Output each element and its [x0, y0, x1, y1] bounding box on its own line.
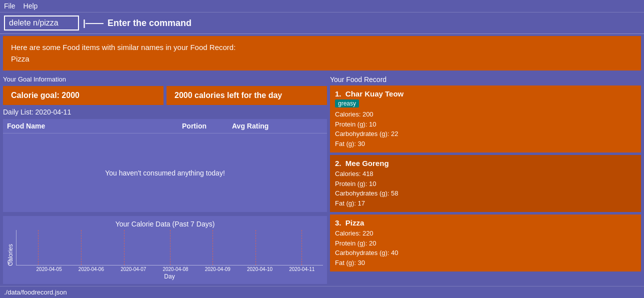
food-item-1-fat: Fat (g): 30: [335, 139, 636, 149]
calorie-goal-box: Calorie goal: 2000: [3, 86, 164, 105]
x-date-7: 2020-04-11: [289, 266, 314, 272]
status-path: ./data/foodrecord.json: [4, 288, 67, 296]
gridline-6: [256, 230, 256, 265]
daily-list-header: Daily List: 2020-04-11: [3, 107, 327, 117]
menu-bar: File Help: [0, 0, 644, 12]
food-item-2: 2. Mee Goreng Calories: 418 Protein (g):…: [330, 155, 641, 212]
menu-help[interactable]: Help: [24, 2, 38, 10]
food-item-2-protein: Protein (g): 10: [335, 179, 636, 189]
goal-section: Your Goal Information Calorie goal: 2000…: [3, 74, 327, 105]
goal-boxes: Calorie goal: 2000 2000 calories left fo…: [3, 86, 327, 105]
food-item-2-calories: Calories: 418: [335, 169, 636, 179]
command-area: |—— Enter the command: [0, 12, 644, 34]
x-date-1: 2020-04-05: [36, 266, 62, 272]
col-food-name-header: Food Name: [7, 122, 182, 130]
food-item-2-carbs: Carbohydrates (g): 58: [335, 188, 636, 198]
command-separator: |——: [83, 18, 104, 28]
status-bar: ./data/foodrecord.json: [0, 286, 644, 298]
menu-file[interactable]: File: [4, 2, 16, 10]
gridline-2: [81, 230, 82, 265]
food-item-2-index: 2.: [335, 159, 342, 168]
notification-line1: Here are some Food items with similar na…: [11, 43, 236, 52]
x-date-5: 2020-04-09: [205, 266, 230, 272]
food-item-3-carbs: Carbohydrates (g): 40: [335, 248, 636, 258]
col-avg-rating-header: Avg Rating: [232, 122, 323, 130]
chart-inner: 0: [16, 230, 323, 266]
calories-left-box: 2000 calories left for the day: [166, 86, 327, 105]
notification-banner: Here are some Food items with similar na…: [3, 36, 641, 70]
food-item-3: 3. Pizza Calories: 220 Protein (g): 20 C…: [330, 214, 641, 272]
food-item-3-fat: Fat (g): 30: [335, 258, 636, 268]
gridline-5: [212, 230, 213, 265]
table-empty-message: You haven't consumed anything today!: [3, 134, 327, 212]
y-axis-label: Calories: [7, 230, 14, 280]
food-item-2-fat: Fat (g): 17: [335, 198, 636, 208]
x-date-2: 2020-04-06: [78, 266, 104, 272]
food-item-3-protein: Protein (g): 20: [335, 238, 636, 248]
food-item-1-tag: greasy: [335, 100, 359, 108]
gridline-4: [170, 230, 170, 265]
gridline-3: [124, 230, 124, 265]
col-portion-header: Portion: [182, 122, 232, 130]
command-placeholder-label: Enter the command: [108, 18, 192, 28]
gridline-1: [38, 230, 38, 265]
chart-title: Your Calorie Data (Past 7 Days): [7, 220, 323, 228]
notification-line2: Pizza: [11, 54, 30, 63]
food-item-1-carbs: Carbohydrates (g): 22: [335, 129, 636, 139]
x-date-3: 2020-04-07: [120, 266, 146, 272]
left-panel: Your Goal Information Calorie goal: 2000…: [3, 74, 327, 284]
chart-container: Calories 0 2020-04-05: [7, 230, 323, 280]
food-item-3-calories: Calories: 220: [335, 228, 636, 238]
gridline-7: [302, 230, 302, 265]
right-panel: Your Food Record 1. Char Kuay Teow greas…: [330, 74, 641, 284]
x-axis-label: Day: [16, 273, 323, 280]
food-item-1-index: 1.: [335, 90, 342, 98]
table-header: Food Name Portion Avg Rating: [3, 119, 327, 134]
x-date-4: 2020-04-08: [162, 266, 188, 272]
daily-list-table: Food Name Portion Avg Rating You haven't…: [3, 119, 327, 212]
chart-zero-label: 0: [8, 259, 10, 265]
food-item-1-name: 1. Char Kuay Teow: [335, 90, 636, 98]
goal-section-label: Your Goal Information: [3, 74, 327, 84]
chart-area: Your Calorie Data (Past 7 Days) Calories…: [3, 216, 327, 284]
food-item-1: 1. Char Kuay Teow greasy Calories: 200 P…: [330, 86, 641, 152]
main-content: Your Goal Information Calorie goal: 2000…: [0, 72, 644, 286]
food-item-1-protein: Protein (g): 10: [335, 120, 636, 130]
food-item-3-index: 3.: [335, 218, 342, 227]
food-record-label: Your Food Record: [330, 74, 641, 84]
x-axis: 2020-04-05 2020-04-06 2020-04-07 2020-04…: [16, 266, 323, 272]
x-date-6: 2020-04-10: [247, 266, 272, 272]
command-input[interactable]: [4, 16, 79, 30]
food-item-3-name: 3. Pizza: [335, 218, 636, 227]
food-item-1-calories: Calories: 200: [335, 110, 636, 120]
food-item-2-name: 2. Mee Goreng: [335, 159, 636, 168]
